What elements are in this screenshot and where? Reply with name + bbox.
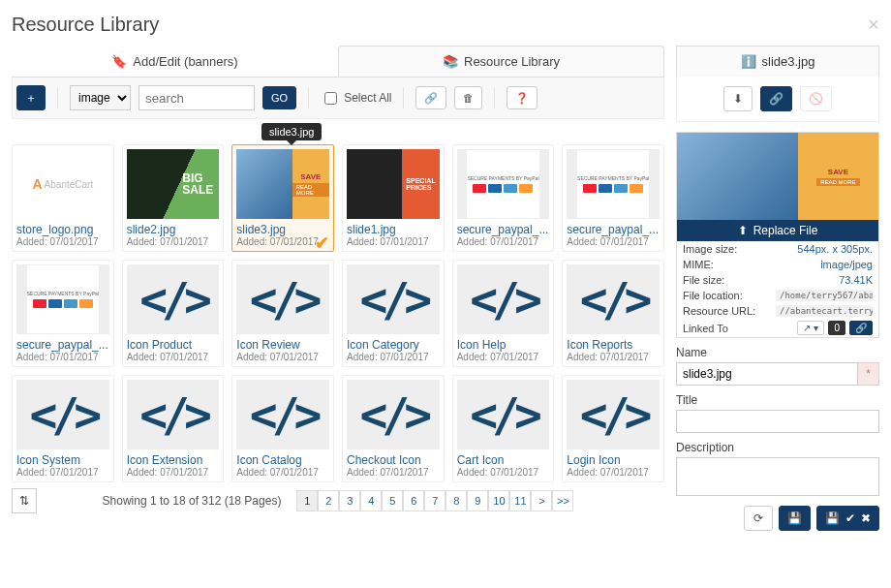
name-input[interactable] xyxy=(676,362,858,386)
resource-card[interactable]: </>Icon ReviewAdded: 07/01/2017 xyxy=(231,260,334,367)
open-link-chip[interactable]: ↗▾ xyxy=(797,321,824,335)
resource-card[interactable]: SAVEREAD MOREslide3.jpgAdded: 07/01/2017… xyxy=(231,144,334,252)
open-icon: ↗ xyxy=(803,323,811,333)
page-button[interactable]: 10 xyxy=(488,490,509,511)
select-all-checkbox[interactable] xyxy=(324,92,337,105)
page-button[interactable]: 6 xyxy=(403,490,424,511)
resource-card[interactable]: AAbanteCartstore_logo.pngAdded: 07/01/20… xyxy=(12,144,114,252)
separator xyxy=(494,87,495,108)
go-button[interactable]: GO xyxy=(262,86,296,109)
info-icon: ℹ️ xyxy=(741,54,756,69)
resource-name: slide1.jpg xyxy=(347,223,440,236)
bookmark-icon: 🔖 xyxy=(111,54,127,69)
delete-button[interactable]: 🗑 xyxy=(454,86,482,109)
resource-card[interactable]: </>Checkout IconAdded: 07/01/2017 xyxy=(342,375,445,482)
separator xyxy=(57,87,58,108)
page-button[interactable]: 1 xyxy=(296,490,318,511)
link-button[interactable]: 🔗 xyxy=(415,86,446,109)
code-icon: </> xyxy=(139,387,206,442)
resource-name: Icon Reports xyxy=(567,338,660,352)
meta-val: /home/terry567/abant xyxy=(776,290,873,301)
sort-button[interactable]: ⇅ xyxy=(12,488,37,513)
relink-chip[interactable]: 🔗 xyxy=(849,321,873,335)
save-icon: 💾 xyxy=(825,511,840,525)
page-button[interactable]: 2 xyxy=(318,490,339,511)
type-select[interactable]: image xyxy=(70,85,131,110)
page-button[interactable]: > xyxy=(531,490,552,511)
page-button[interactable]: 5 xyxy=(382,490,403,511)
code-icon: </> xyxy=(250,387,317,442)
resource-card[interactable]: </>Icon CatalogAdded: 07/01/2017 xyxy=(231,375,334,482)
page-button[interactable]: >> xyxy=(552,490,573,511)
refresh-icon: ⟳ xyxy=(753,511,763,525)
resource-date: Added: 07/01/2017 xyxy=(457,236,550,247)
name-label: Name xyxy=(676,346,879,359)
thumbnail: SPECIALPRICES xyxy=(347,149,440,219)
search-input[interactable] xyxy=(138,85,255,110)
save-icon: 💾 xyxy=(787,511,802,525)
resource-name: secure_paypal_... xyxy=(567,223,660,236)
resource-date: Added: 07/01/2017 xyxy=(16,352,109,362)
thumbnail: SECURE PAYMENTS BY PayPal xyxy=(16,264,109,334)
resource-card[interactable]: </>Icon HelpAdded: 07/01/2017 xyxy=(452,260,555,367)
resource-card[interactable]: </>Icon ExtensionAdded: 07/01/2017 xyxy=(122,375,225,482)
sort-icon: ⇅ xyxy=(19,494,29,508)
unmap-button[interactable]: 🚫 xyxy=(800,86,832,111)
resource-card[interactable]: SPECIALPRICESslide1.jpgAdded: 07/01/2017 xyxy=(342,144,445,252)
resource-card[interactable]: SECURE PAYMENTS BY PayPalsecure_paypal_.… xyxy=(452,144,555,252)
link-icon: 🔗 xyxy=(855,323,867,333)
download-button[interactable]: ⬇ xyxy=(723,86,753,111)
code-icon: </> xyxy=(470,272,537,326)
page-button[interactable]: 3 xyxy=(339,490,360,511)
thumbnail: </> xyxy=(457,264,550,334)
resource-card[interactable]: SECURE PAYMENTS BY PayPalsecure_paypal_.… xyxy=(12,260,114,367)
resource-date: Added: 07/01/2017 xyxy=(567,352,660,362)
thumbnail: BIGSALE xyxy=(127,149,220,219)
description-input[interactable] xyxy=(676,457,879,496)
page-button[interactable]: 7 xyxy=(424,490,446,511)
help-button[interactable]: ❓ xyxy=(507,86,538,109)
linked-count-chip: 0 xyxy=(828,321,845,335)
resource-date: Added: 07/01/2017✔ xyxy=(236,236,329,247)
save-confirm-cancel-button[interactable]: 💾 ✔ ✖ xyxy=(816,506,879,531)
tab-resource-library[interactable]: 📚 Resource Library xyxy=(338,46,664,77)
page-button[interactable]: 9 xyxy=(467,490,488,511)
refresh-button[interactable]: ⟳ xyxy=(744,506,773,531)
separator xyxy=(308,87,309,108)
trash-icon: 🗑 xyxy=(463,92,474,104)
select-all[interactable]: Select All xyxy=(321,89,391,108)
resource-card[interactable]: </>Login IconAdded: 07/01/2017 xyxy=(562,375,664,482)
resource-name: Icon Category xyxy=(347,338,440,352)
add-button[interactable]: ＋ xyxy=(16,85,46,110)
link-button[interactable]: 🔗 xyxy=(760,86,792,111)
page-button[interactable]: 11 xyxy=(509,490,531,511)
resource-card[interactable]: </>Cart IconAdded: 07/01/2017 xyxy=(452,375,555,482)
resource-date: Added: 07/01/2017 xyxy=(457,352,550,362)
modal-title: Resource Library xyxy=(12,14,159,36)
resource-card[interactable]: </>Icon ProductAdded: 07/01/2017 xyxy=(122,260,225,367)
meta-val: //abantecart.terrytests xyxy=(776,305,873,317)
code-icon: </> xyxy=(139,272,206,326)
code-icon: </> xyxy=(580,272,647,326)
tab-label: Resource Library xyxy=(464,54,560,69)
resource-card[interactable]: </>Icon CategoryAdded: 07/01/2017 xyxy=(342,260,445,367)
resource-card[interactable]: SECURE PAYMENTS BY PayPalsecure_paypal_.… xyxy=(562,144,664,252)
detail-tab[interactable]: ℹ️ slide3.jpg xyxy=(676,46,879,77)
resource-date: Added: 07/01/2017 xyxy=(236,467,329,478)
resource-date: Added: 07/01/2017 xyxy=(127,236,220,247)
resource-card[interactable]: BIGSALEslide2.jpgAdded: 07/01/2017 xyxy=(122,144,225,252)
tab-add-edit[interactable]: 🔖 Add/Edit (banners) xyxy=(12,46,338,77)
resource-card[interactable]: </>Icon ReportsAdded: 07/01/2017 xyxy=(562,260,664,367)
replace-file-button[interactable]: ⬆ Replace File xyxy=(677,220,878,241)
page-button[interactable]: 4 xyxy=(360,490,382,511)
save-button[interactable]: 💾 xyxy=(779,506,811,531)
title-input[interactable] xyxy=(676,410,879,433)
title-label: Title xyxy=(676,393,879,407)
close-icon[interactable]: × xyxy=(868,14,879,36)
resource-date: Added: 07/01/2017 xyxy=(127,352,220,362)
thumbnail: </> xyxy=(347,380,440,449)
resource-card[interactable]: </>Icon SystemAdded: 07/01/2017 xyxy=(12,375,114,482)
selected-check-icon: ✔ xyxy=(315,232,329,254)
page-button[interactable]: 8 xyxy=(446,490,467,511)
separator xyxy=(403,87,404,108)
